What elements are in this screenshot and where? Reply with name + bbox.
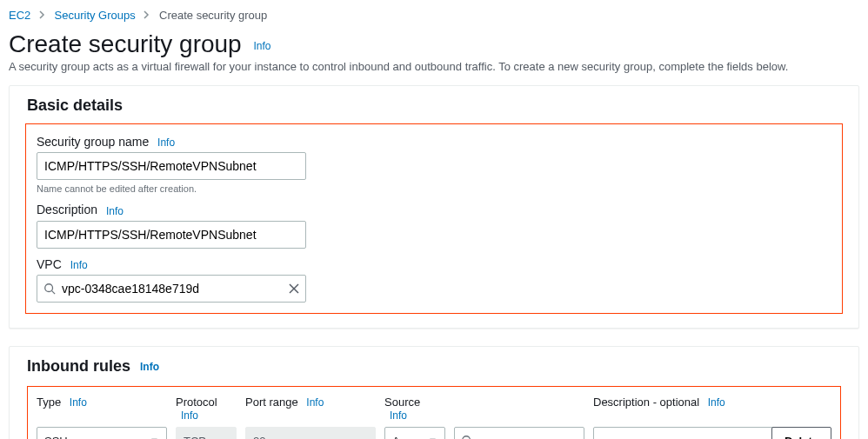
sg-name-hint: Name cannot be edited after creation.	[37, 183, 831, 194]
vpc-input[interactable]	[37, 275, 306, 303]
inbound-rules-highlight: Type Info Protocol Info Port range Info …	[27, 386, 841, 439]
basic-details-highlight: Security group name Info Name cannot be …	[25, 123, 843, 314]
sg-desc-label-text: Description	[37, 203, 97, 216]
delete-rule-button[interactable]: Delete	[771, 427, 831, 439]
col-port: Port range Info	[245, 396, 376, 409]
rule-port-field: 22	[245, 427, 376, 439]
col-protocol: Protocol Info	[176, 396, 237, 422]
breadcrumb: EC2 Security Groups Create security grou…	[9, 9, 859, 22]
rule-source-search[interactable]	[454, 427, 584, 439]
col-port-info-link[interactable]: Info	[306, 396, 324, 409]
basic-details-heading: Basic details	[10, 86, 858, 115]
breadcrumb-current: Create security group	[159, 9, 267, 22]
page-subtext: A security group acts as a virtual firew…	[9, 60, 859, 73]
rule-desc-input[interactable]	[593, 427, 779, 439]
page-title-info-link[interactable]: Info	[253, 40, 270, 52]
col-source-info-link[interactable]: Info	[390, 409, 407, 422]
vpc-label-text: VPC	[37, 257, 62, 271]
col-type-label: Type	[37, 396, 61, 409]
vpc-label: VPC Info	[37, 257, 831, 271]
inbound-rules-header-row: Type Info Protocol Info Port range Info …	[37, 396, 831, 422]
caret-down-icon: ▼	[150, 436, 159, 439]
rule-protocol-field: TCP	[176, 427, 237, 439]
col-protocol-label: Protocol	[176, 396, 217, 409]
basic-details-panel: Basic details Security group name Info N…	[9, 85, 859, 329]
rule-type-select[interactable]: SSH▼	[37, 427, 167, 439]
chevron-right-icon	[39, 10, 46, 19]
inbound-rules-heading: Inbound rules Info	[10, 347, 858, 376]
col-port-label: Port range	[245, 396, 298, 409]
page-title: Create security group Info	[9, 30, 859, 58]
close-icon[interactable]	[287, 282, 301, 296]
col-protocol-info-link[interactable]: Info	[181, 409, 198, 422]
col-desc: Description - optional Info	[593, 396, 779, 409]
sg-name-info-link[interactable]: Info	[157, 136, 175, 149]
page-title-text: Create security group	[9, 30, 242, 57]
rule-source-mode-select[interactable]: Anywhere-IPv4▼	[384, 427, 445, 439]
sg-name-input[interactable]	[37, 152, 306, 180]
col-type-info-link[interactable]: Info	[70, 396, 87, 409]
vpc-info-link[interactable]: Info	[70, 259, 88, 271]
sg-desc-label: Description Info	[37, 203, 831, 216]
breadcrumb-security-groups[interactable]: Security Groups	[55, 9, 136, 22]
inbound-rules-heading-text: Inbound rules	[27, 357, 130, 375]
inbound-rules-panel: Inbound rules Info Type Info Protocol In…	[9, 346, 859, 439]
breadcrumb-ec2[interactable]: EC2	[9, 9, 30, 22]
inbound-rules-info-link[interactable]: Info	[140, 361, 159, 373]
rule-type-value: SSH	[44, 435, 68, 439]
col-source-label: Source	[384, 396, 420, 409]
inbound-rules-table: Type Info Protocol Info Port range Info …	[37, 396, 831, 439]
caret-down-icon: ▼	[428, 436, 437, 439]
col-type: Type Info	[37, 396, 167, 409]
sg-name-label-text: Security group name	[37, 135, 149, 149]
chevron-right-icon	[144, 10, 150, 19]
sg-desc-info-link[interactable]: Info	[106, 205, 124, 217]
col-desc-info-link[interactable]: Info	[708, 396, 725, 409]
rule-source-mode-value: Anywhere-IPv4	[392, 435, 428, 439]
rule-source-input[interactable]	[454, 427, 584, 439]
col-source: Source Info	[384, 396, 445, 422]
sg-name-label: Security group name Info	[37, 135, 831, 149]
col-desc-label: Description - optional	[593, 396, 699, 409]
rule-row: SSH▼TCP22Anywhere-IPv4▼0.0.0.0/0Delete	[37, 427, 831, 439]
sg-desc-input[interactable]	[37, 221, 306, 249]
